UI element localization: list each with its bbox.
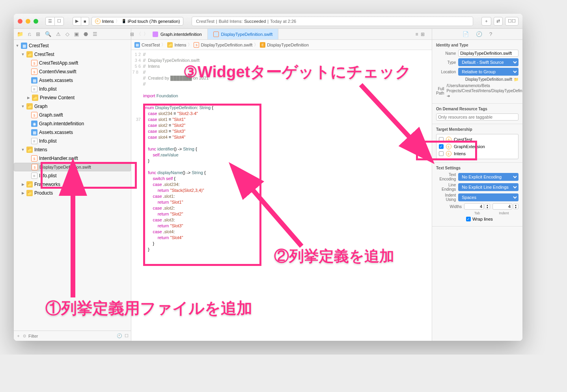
tree-file-selected[interactable]: sDisplayTypeDefinition.swift <box>14 163 131 171</box>
report-nav-icon[interactable]: ☰ <box>93 31 97 37</box>
target-row[interactable]: ✓EGraphExtension <box>438 143 517 150</box>
tree-group-preview[interactable]: ▶📁Preview Content <box>14 93 131 102</box>
plist-icon: ≡ <box>31 138 37 144</box>
back-icon[interactable]: 〈 <box>136 31 141 37</box>
asset-icon: ▦ <box>31 129 37 136</box>
swift-icon: s <box>31 112 37 118</box>
run-button[interactable]: ▶ <box>73 17 81 26</box>
target-row[interactable]: EIntens <box>438 150 517 157</box>
panels-button[interactable]: ☐☐ <box>505 17 519 26</box>
tree-root[interactable]: ▼▦CrestTest <box>14 41 131 50</box>
device-name: iPod touch (7th generation) <box>128 19 180 24</box>
tree-group-frameworks[interactable]: ▶📁Frameworks <box>14 180 131 189</box>
filter-input[interactable] <box>28 334 114 338</box>
checkbox[interactable] <box>439 137 444 142</box>
source-control-nav-icon[interactable]: ⎌ <box>28 31 31 37</box>
tree-file[interactable]: ▦Assets.xcassets <box>14 128 131 137</box>
target-row[interactable]: ACrestTest <box>438 136 517 143</box>
ext-target-icon: E <box>446 151 451 156</box>
add-file-button[interactable]: ＋ <box>16 333 21 339</box>
location-select[interactable]: Relative to Group <box>458 68 519 76</box>
swift-icon: s <box>31 60 37 66</box>
line-endings-select[interactable]: No Explicit Line Endings <box>458 183 519 191</box>
filter-icon: ⊙ <box>23 334 26 338</box>
name-input[interactable] <box>458 50 519 57</box>
tree-file[interactable]: sGraph.swift <box>14 111 131 119</box>
encoding-select[interactable]: No Explicit Encoding <box>458 173 519 181</box>
history-inspector-icon[interactable]: 🕘 <box>476 31 482 37</box>
symbol-nav-icon[interactable]: ⊞ <box>36 31 40 37</box>
recent-filter-icon[interactable]: 🕘 <box>117 333 122 338</box>
intent-file-icon <box>153 32 158 37</box>
tree-group-intens[interactable]: ▼📁Intens <box>14 145 131 154</box>
source-editor[interactable]: 1 2 3 4 5 6 7 8 37 // // DisplayTypeDefi… <box>131 50 432 341</box>
tree-group-graph[interactable]: ▼📁Graph <box>14 102 131 111</box>
close-button[interactable] <box>18 19 22 24</box>
xcodeproj-icon: ▦ <box>21 43 27 49</box>
scm-filter-icon[interactable]: ☐ <box>125 333 129 338</box>
code-review-button[interactable]: ⇄ <box>494 17 503 26</box>
stop-button[interactable]: ■ <box>81 17 89 26</box>
jump-bar[interactable]: ▦CrestTest〉 📁Intens〉 sDisplayTypeDefinit… <box>131 40 432 50</box>
file-inspector-icon[interactable]: 📄 <box>463 31 469 37</box>
related-items-icon[interactable]: ⊞ <box>130 32 134 37</box>
folder-icon: 📁 <box>26 190 33 196</box>
debug-nav-icon[interactable]: ▣ <box>74 31 79 37</box>
reveal-icon[interactable]: ➔ <box>447 94 450 98</box>
editor-options-icon[interactable]: ≡ <box>415 32 418 37</box>
choose-path-icon[interactable]: 📁 <box>514 77 519 82</box>
checkbox[interactable] <box>439 151 444 156</box>
swift-icon: s <box>32 164 38 170</box>
assistant-icon[interactable]: ⊞ <box>421 32 425 37</box>
device-icon: 📱 <box>121 19 126 23</box>
swift-icon: s <box>31 155 37 162</box>
asset-icon: ▦ <box>31 77 37 84</box>
folder-icon: 📁 <box>167 42 173 48</box>
tree-file[interactable]: ◉Graph.intentdefinition <box>14 119 131 128</box>
plist-icon: ≡ <box>31 86 37 92</box>
file-inspector: Identity and Type Name TypeDefault - Swi… <box>432 40 522 341</box>
editor-tab-displaytype[interactable]: DisplayTypeDefinition.swift <box>208 29 279 39</box>
test-nav-icon[interactable]: ◇ <box>65 31 69 37</box>
indent-select[interactable]: Spaces <box>458 193 519 201</box>
add-button[interactable]: ＋ <box>481 17 491 26</box>
checkbox-checked[interactable]: ✓ <box>439 144 444 149</box>
tree-file[interactable]: ≡Info.plist <box>14 85 131 93</box>
ext-target-icon: E <box>446 144 451 149</box>
folder-icon: 📁 <box>26 103 33 110</box>
folder-icon: 📁 <box>26 51 33 58</box>
scheme-selector[interactable]: E Intens 〉 📱 iPod touch (7th generation) <box>91 17 184 26</box>
tree-file[interactable]: ▦Assets.xcassets <box>14 76 131 85</box>
breakpoint-nav-icon[interactable]: ⬣ <box>84 31 88 37</box>
help-inspector-icon[interactable]: ? <box>489 31 492 37</box>
tab-width-input[interactable] <box>464 203 484 210</box>
swift-file-icon <box>213 32 219 37</box>
minimize-button[interactable] <box>26 19 30 24</box>
issue-nav-icon[interactable]: ⚠ <box>56 31 61 37</box>
swift-icon: s <box>194 42 199 48</box>
tree-group-cresttest[interactable]: ▼📁CrestTest <box>14 50 131 59</box>
target-icon: E <box>95 19 101 24</box>
indent-width-input[interactable] <box>492 203 512 210</box>
tree-group-products[interactable]: ▶📁Products <box>14 189 131 197</box>
code-content[interactable]: // // DisplayTypeDefinition.swift // Int… <box>143 50 432 341</box>
find-nav-icon[interactable]: 🔍 <box>45 31 51 37</box>
tree-file[interactable]: ≡Info.plist <box>14 171 131 180</box>
editor-tab-graph[interactable]: Graph.intentdefinition <box>147 29 208 39</box>
project-navigator[interactable]: ▼▦CrestTest ▼📁CrestTest sCrestTestApp.sw… <box>14 40 131 331</box>
folder-icon: 📁 <box>26 181 33 188</box>
intent-icon: ◉ <box>31 121 37 127</box>
tree-file[interactable]: sCrestTestApp.swift <box>14 59 131 67</box>
line-gutter: 1 2 3 4 5 6 7 8 37 <box>131 50 143 341</box>
app-target-icon: A <box>446 137 451 142</box>
zoom-button[interactable] <box>34 19 38 24</box>
toggle-debug-button[interactable]: ☐ <box>54 17 64 26</box>
wrap-checkbox[interactable]: ✓ <box>466 217 471 221</box>
type-select[interactable]: Default - Swift Source <box>458 58 519 66</box>
toggle-nav-button[interactable]: ☰ <box>45 17 55 26</box>
project-nav-icon[interactable]: 📁 <box>17 31 23 37</box>
tree-file[interactable]: sContentView.swift <box>14 67 131 76</box>
tree-file[interactable]: sIntentHandler.swift <box>14 154 131 163</box>
odr-heading: On Demand Resource Tags <box>436 107 519 111</box>
tree-file[interactable]: ≡Info.plist <box>14 137 131 145</box>
